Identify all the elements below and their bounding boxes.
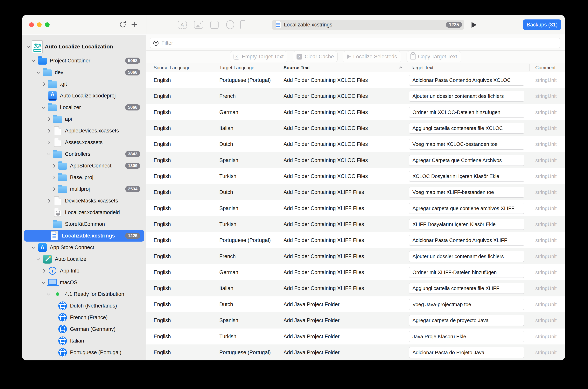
sidebar-item-controllers[interactable]: Controllers 3843 [22, 148, 146, 160]
sidebar-item-app-info[interactable]: App Info [22, 265, 146, 277]
disclosure-chevron[interactable] [42, 235, 49, 237]
target-text-input[interactable]: Java Proje Klasörü Ekle [409, 331, 524, 342]
sidebar-item-assets-xcassets[interactable]: Assets.xcassets [22, 136, 146, 148]
table-row[interactable]: English Portuguese (Portugal) Add Folder… [146, 232, 565, 248]
table-row[interactable]: English Dutch Add Folder Containing XCLO… [146, 136, 565, 152]
column-header-target-text[interactable]: Target Text [411, 63, 433, 72]
sidebar-item-localizer-xcdatamodeld[interactable]: Localizer.xcdatamodeld [22, 207, 146, 218]
sidebar-item-app-store-connect[interactable]: App Store Connect [22, 242, 146, 253]
table-row[interactable]: English German Add Folder Containing XCL… [146, 104, 565, 120]
table-row[interactable]: English Turkish Add Java Project Folder … [146, 328, 565, 344]
disclosure-chevron[interactable] [50, 340, 57, 342]
run-icon[interactable] [471, 22, 477, 28]
sidebar-item-mul-lproj[interactable]: mul.lproj 2534 [22, 183, 146, 195]
target-text-input[interactable]: Ajouter un dossier contenant des fichier… [409, 91, 524, 101]
sidebar-item-auto-localize-xcodeproj[interactable]: Auto Localize.xcodeproj [22, 90, 146, 101]
rectangle-tool-icon[interactable] [210, 21, 218, 29]
table-row[interactable]: English Dutch Add Java Project Folder Vo… [146, 296, 565, 312]
disclosure-chevron[interactable] [50, 351, 57, 354]
table-row[interactable]: English French Add Folder Containing XCL… [146, 88, 565, 104]
clear-cache-button[interactable]: × Clear Cache [293, 51, 338, 62]
sidebar-item-auto-localize-localization[interactable]: Auto Localize Localization [22, 38, 146, 55]
empty-target-text-button[interactable]: × Empty Target Text [230, 51, 287, 62]
localize-selecteds-button[interactable]: Localize Selecteds [343, 51, 401, 62]
sidebar-item-portuguese-portugal-[interactable]: Portuguese (Portugal) [22, 347, 146, 358]
sidebar-item-dev[interactable]: dev 5068 [22, 66, 146, 78]
target-text-input[interactable]: XCLOC Dosyalarını İçeren Klasör Ekle [409, 171, 524, 182]
table-row[interactable]: English Turkish Add Folder Containing XC… [146, 168, 565, 184]
target-text-input[interactable]: Adicionar Pasta Contendo Arquivos XCLOC [409, 75, 524, 86]
disclosure-chevron[interactable] [45, 293, 52, 295]
sidebar-item-storekitcommon[interactable]: StoreKitCommon [22, 218, 146, 230]
table-row[interactable]: English Spanish Add Folder Containing XL… [146, 200, 565, 216]
column-divider[interactable] [405, 65, 405, 71]
column-header-target-language[interactable]: Target Language [219, 63, 254, 72]
target-text-input[interactable]: Aggiungi cartella contenente file XCLOC [409, 123, 524, 134]
disclosure-chevron[interactable] [35, 71, 42, 74]
column-header-source-language[interactable]: Source Language [154, 63, 190, 72]
disclosure-chevron[interactable] [45, 223, 52, 226]
add-icon[interactable]: + [131, 18, 137, 31]
target-text-input[interactable]: Ordner mit XCLOC-Dateien hinzufügen [409, 107, 524, 118]
table-row[interactable]: English Italian Add Folder Containing XC… [146, 120, 565, 136]
table-row[interactable]: English Spanish Add Java Project Folder … [146, 312, 565, 328]
disclosure-chevron[interactable] [35, 258, 42, 260]
table-row[interactable]: English Italian Add Folder Containing XL… [146, 280, 565, 296]
sidebar-item-devicemasks-xcassets[interactable]: DeviceMasks.xcassets [22, 195, 146, 207]
sidebar-item-project-container[interactable]: Project Container 5068 [22, 55, 146, 66]
sidebar-item-french-france-[interactable]: French (France) [22, 312, 146, 323]
sidebar-item--git[interactable]: .git [22, 78, 146, 90]
target-text-input[interactable]: Ajouter un dossier contenant des fichier… [409, 251, 524, 262]
sidebar-item-macos[interactable]: macOS [22, 277, 146, 288]
target-text-input[interactable]: XLIFF Dosyalarını İçeren Klasör Ekle [409, 219, 524, 230]
disclosure-chevron[interactable] [25, 45, 31, 48]
sidebar-item-german-germany-[interactable]: German (Germany) [22, 323, 146, 335]
target-text-input[interactable]: Voeg Java-projectmap toe [409, 299, 524, 310]
image-tool-icon[interactable] [194, 21, 203, 29]
sidebar-item-localizable-xcstrings[interactable]: Localizable.xcstrings 1225 [24, 230, 144, 242]
refresh-icon[interactable] [119, 20, 127, 29]
disclosure-chevron[interactable] [45, 211, 52, 214]
table-row[interactable]: English Portuguese (Portugal) Add Folder… [146, 72, 565, 88]
sidebar-item-dutch-netherlands-[interactable]: Dutch (Netherlands) [22, 300, 146, 312]
target-text-input[interactable]: Agregar Carpeta que Contiene Archivos [409, 155, 524, 166]
disclosure-chevron[interactable] [40, 95, 47, 97]
sidebar-item-appstoreconnect[interactable]: AppStoreConnect 1309 [22, 160, 146, 171]
table-row[interactable]: English Dutch Add Folder Containing XLIF… [146, 184, 565, 200]
disclosure-chevron[interactable] [30, 60, 36, 62]
sidebar-item-4-1-ready-for-distribution[interactable]: 4.1 Ready for Distribution [22, 288, 146, 300]
ellipse-tool-icon[interactable] [226, 20, 234, 29]
disclosure-chevron[interactable] [40, 270, 47, 272]
target-text-input[interactable]: Adicionar Pasta do Projeto Java [409, 347, 524, 358]
device-tool-icon[interactable] [240, 20, 245, 29]
disclosure-chevron[interactable] [50, 188, 57, 191]
disclosure-chevron[interactable] [45, 141, 52, 144]
disclosure-chevron[interactable] [40, 106, 47, 109]
text-tool-icon[interactable]: A [178, 21, 187, 29]
target-text-input[interactable]: Aggiungi cartella contenente file XLIFF [409, 283, 524, 294]
backups-button[interactable]: Backups (31) [523, 19, 561, 30]
sidebar-item-auto-localize[interactable]: Auto Localize [22, 253, 146, 265]
table-row[interactable]: English French Add Folder Containing XLI… [146, 248, 565, 264]
filter-field[interactable] [150, 38, 560, 48]
sidebar-item-base-lproj[interactable]: Base.lproj [22, 171, 146, 183]
column-header-comment[interactable]: Comment [535, 63, 556, 72]
target-text-input[interactable]: Agregar carpeta de proyecto Java [409, 315, 524, 326]
target-text-input[interactable]: Agregar carpeta que contiene archivos XL… [409, 203, 524, 214]
close-button[interactable] [29, 22, 34, 27]
disclosure-chevron[interactable] [50, 176, 57, 179]
sidebar-item-appledevices-xcassets[interactable]: AppleDevices.xcassets [22, 125, 146, 136]
disclosure-chevron[interactable] [45, 130, 52, 132]
column-header-source-text[interactable]: Source Text [283, 63, 310, 72]
copy-target-text-button[interactable]: Copy Target Text [406, 51, 461, 62]
disclosure-chevron[interactable] [45, 118, 52, 120]
sidebar-item-api[interactable]: api [22, 113, 146, 125]
target-text-input[interactable]: Adicionar Pasta Contendo Arquivos XLIFF [409, 235, 524, 246]
disclosure-chevron[interactable] [50, 316, 57, 319]
filter-input[interactable] [161, 40, 557, 46]
disclosure-chevron[interactable] [40, 83, 47, 85]
target-text-input[interactable]: Voeg map met XCLOC-bestanden toe [409, 139, 524, 150]
document-tab[interactable]: Localizable.xcstrings 1225 [272, 20, 464, 30]
minimize-button[interactable] [37, 22, 42, 27]
table-row[interactable]: English Spanish Add Folder Containing XC… [146, 152, 565, 168]
